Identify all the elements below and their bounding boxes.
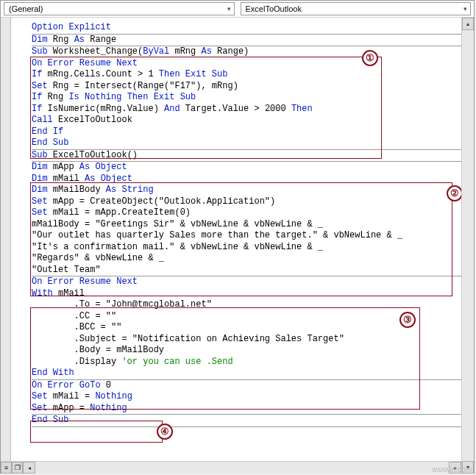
procedure-dropdown[interactable]: ExcelToOutlook ▾ [241,2,472,15]
code-line[interactable]: Dim Rng As Range [32,35,461,46]
code-line[interactable]: If IsNumeric(mRng.Value) And Target.Valu… [32,104,461,115]
scroll-up-arrow-icon[interactable]: ▴ [462,18,474,30]
annotation-badge-1: ① [362,50,378,66]
code-line[interactable]: On Error GoTo 0 [32,380,461,392]
code-line[interactable]: .CC = "" [32,311,461,323]
chevron-down-icon: ▾ [463,5,467,12]
code-line[interactable]: Sub Worksheet_Change(ByVal mRng As Range… [32,46,461,58]
full-view-button[interactable]: ❐ [12,462,23,474]
code-line[interactable]: Set mMail = Nothing [32,391,461,403]
annotation-badge-2: ② [447,185,461,201]
code-line[interactable]: "Regards" & vbNewLine & _ [32,253,461,265]
code-line[interactable]: .Subject = "Notification on Achieving Sa… [32,334,461,346]
code-pane[interactable]: Option ExplicitDim Rng As RangeSub Works… [11,18,461,474]
chevron-down-icon: ▾ [227,5,231,12]
code-line[interactable]: Dim mMail As Object [32,174,461,185]
procedure-dropdown-label: ExcelToOutlook [246,4,302,13]
code-line[interactable]: Sub ExcelToOutlook() [32,150,461,162]
view-toggle: ≡ ❐ [1,461,23,474]
code-line[interactable]: Option Explicit [32,22,461,34]
code-line[interactable]: On Error Resume Next [32,276,461,288]
code-line[interactable]: .Body = mMailBody [32,345,461,357]
code-line[interactable]: "Our outlet has quarterly Sales more tha… [32,230,461,242]
code-line[interactable]: Set mApp = Nothing [32,403,461,415]
code-line[interactable]: Set mApp = CreateObject("Outlook.Applica… [32,196,461,208]
code-window: (General) ▾ ExcelToOutlook ▾ Option Expl… [0,0,475,474]
code-text[interactable]: Option ExplicitDim Rng As RangeSub Works… [11,22,461,445]
vertical-scrollbar[interactable]: ▴ ▾ [461,18,474,474]
code-line[interactable]: End Sub [32,415,461,426]
code-outer: Option ExplicitDim Rng As RangeSub Works… [1,18,474,474]
code-line[interactable]: "Outlet Team" [32,265,461,276]
code-line[interactable]: End Sub [32,138,461,149]
code-line[interactable]: .Display 'or you can use .Send [32,357,461,368]
code-line[interactable]: .BCC = "" [32,322,461,334]
code-line[interactable]: If Rng Is Nothing Then Exit Sub [32,92,461,104]
object-dropdown[interactable]: (General) ▾ [4,2,235,15]
code-line[interactable]: Set Rng = Intersect(Range("F17"), mRng) [32,81,461,93]
watermark: wsxwin.com [432,465,472,474]
annotation-badge-4: ④ [157,424,173,440]
horizontal-scrollbar[interactable]: ◂ ▸ [23,461,461,474]
object-dropdown-label: (General) [9,4,43,13]
margin-gutter [1,18,11,474]
code-line[interactable]: On Error Resume Next [32,58,461,70]
code-line[interactable]: Call ExcelToOutlook [32,115,461,126]
annotation-badge-3: ③ [399,312,416,328]
dropdown-row: (General) ▾ ExcelToOutlook ▾ [1,1,474,18]
code-line[interactable]: Dim mMailBody As String [32,185,461,196]
code-line[interactable]: If mRng.Cells.Count > 1 Then Exit Sub [32,69,461,81]
code-line[interactable]: mMailBody = "Greetings Sir" & vbNewLine … [32,219,461,231]
code-line[interactable]: End If [32,126,461,138]
code-line[interactable]: .To = "John@tmcglobal.net" [32,299,461,311]
code-line[interactable]: Dim mApp As Object [32,162,461,174]
code-line[interactable]: End With [32,368,461,379]
code-line[interactable]: "It's a confirmation mail." & vbNewLine … [32,242,461,254]
procedure-view-button[interactable]: ≡ [1,462,12,474]
scroll-left-arrow-icon[interactable]: ◂ [23,462,35,474]
scrollbar-track[interactable] [35,462,449,474]
code-line[interactable]: Set mMail = mApp.CreateItem(0) [32,207,461,219]
code-line[interactable]: With mMail [32,288,461,300]
